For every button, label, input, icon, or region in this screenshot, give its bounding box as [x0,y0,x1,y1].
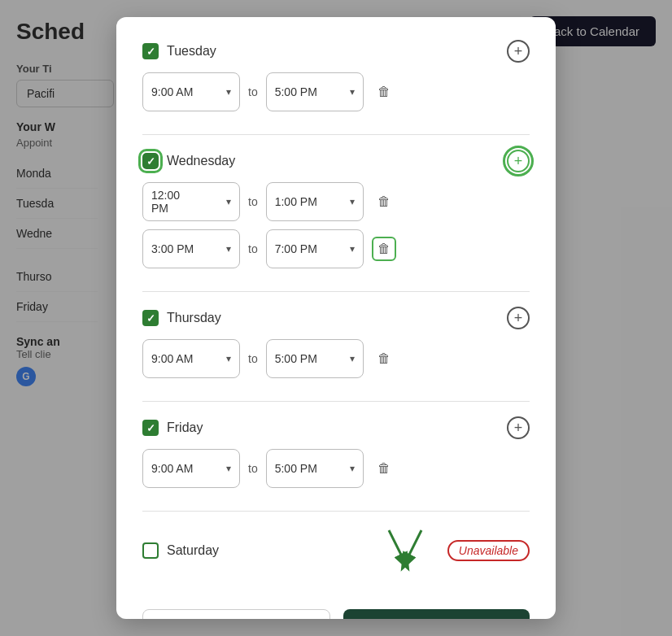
wednesday-timeslot-1: 3:00 PM ▾ to 7:00 PM ▾ 🗑 [142,229,530,268]
friday-start-time-0[interactable]: 9:00 AM ▾ [142,449,240,488]
svg-line-3 [405,530,421,563]
wednesday-delete-0[interactable]: 🗑 [372,189,396,214]
friday-timeslot-0: 9:00 AM ▾ to 5:00 PM ▾ 🗑 [142,449,530,488]
thursday-add-button[interactable]: + [507,307,530,329]
thursday-checkmark: ✓ [146,312,155,325]
schedule-modal: ✓ Tuesday + 9:00 AM ▾ to 5:00 PM ▾ 🗑 [116,17,556,619]
friday-checkmark: ✓ [146,422,155,434]
thursday-timeslot-0: 9:00 AM ▾ to 5:00 PM ▾ 🗑 [142,339,530,378]
friday-label: Friday [167,420,203,435]
thursday-delete-0[interactable]: 🗑 [372,346,396,371]
tuesday-add-button[interactable]: + [507,40,530,63]
to-label-thursday-0: to [248,352,258,365]
tuesday-end-time-0[interactable]: 5:00 PM ▾ [266,72,364,111]
tuesday-label: Tuesday [167,44,216,59]
chevron-down-icon: ▾ [350,196,355,207]
chevron-down-icon: ▾ [226,86,231,98]
thursday-end-time-0[interactable]: 5:00 PM ▾ [266,339,364,378]
tuesday-checkbox[interactable]: ✓ [142,43,159,59]
tuesday-header: ✓ Tuesday + [142,40,530,63]
green-arrow-annotation [373,526,438,575]
wednesday-label: Wednesday [167,154,235,168]
chevron-down-icon: ▾ [226,243,231,255]
thursday-checkbox[interactable]: ✓ [142,310,159,326]
wednesday-add-button[interactable]: + [507,150,530,172]
tuesday-checkmark: ✓ [146,46,155,58]
wednesday-checkmark: ✓ [146,155,155,168]
thursday-header: ✓ Thursday + [142,307,530,329]
tuesday-start-time-0[interactable]: 9:00 AM ▾ [142,72,240,111]
wednesday-delete-1[interactable]: 🗑 [372,237,396,261]
unavailable-badge: Unavailable [447,540,530,561]
to-label-friday-0: to [248,462,258,475]
tuesday-delete-0[interactable]: 🗑 [372,80,396,104]
svg-line-2 [389,530,405,563]
chevron-down-icon: ▾ [350,86,355,98]
saturday-label: Saturday [167,543,219,558]
modal-overlay: ✓ Tuesday + 9:00 AM ▾ to 5:00 PM ▾ 🗑 [0,0,672,636]
tuesday-timeslot-0: 9:00 AM ▾ to 5:00 PM ▾ 🗑 [142,72,530,111]
chevron-down-icon: ▾ [350,353,355,364]
chevron-down-icon: ▾ [226,463,231,474]
wednesday-end-time-0[interactable]: 1:00 PM ▾ [266,182,364,221]
wednesday-start-time-0[interactable]: 12:00PM ▾ [142,182,240,221]
saturday-checkbox[interactable] [142,542,159,559]
friday-section: ✓ Friday + 9:00 AM ▾ to 5:00 PM ▾ 🗑 [142,416,530,512]
wednesday-checkbox[interactable]: ✓ [142,153,159,169]
wednesday-header: ✓ Wednesday + [142,150,530,172]
friday-add-button[interactable]: + [507,416,530,439]
to-label-wednesday-1: to [248,242,258,255]
cancel-button[interactable]: Cancel [142,609,330,619]
thursday-label: Thursday [167,311,221,325]
saturday-section: Saturday [142,526,530,595]
friday-checkbox[interactable]: ✓ [142,420,159,436]
chevron-down-icon: ▾ [350,243,355,255]
wednesday-end-time-1[interactable]: 7:00 PM ▾ [266,229,364,268]
friday-header: ✓ Friday + [142,416,530,439]
chevron-down-icon: ▾ [226,353,231,364]
to-label-tuesday-0: to [248,85,258,98]
friday-delete-0[interactable]: 🗑 [372,456,396,481]
save-hours-button[interactable]: Save Hours [343,609,530,619]
thursday-section: ✓ Thursday + 9:00 AM ▾ to 5:00 PM ▾ 🗑 [142,307,530,402]
thursday-start-time-0[interactable]: 9:00 AM ▾ [142,339,240,378]
tuesday-section: ✓ Tuesday + 9:00 AM ▾ to 5:00 PM ▾ 🗑 [142,40,530,135]
wednesday-section: ✓ Wednesday + 12:00PM ▾ to 1:00 PM ▾ 🗑 [142,150,530,292]
friday-end-time-0[interactable]: 5:00 PM ▾ [266,449,364,488]
modal-footer: Cancel Save Hours [142,609,530,619]
chevron-down-icon: ▾ [226,196,231,207]
wednesday-timeslot-0: 12:00PM ▾ to 1:00 PM ▾ 🗑 [142,182,530,221]
chevron-down-icon: ▾ [350,463,355,474]
wednesday-start-time-1[interactable]: 3:00 PM ▾ [142,229,240,268]
saturday-header: Saturday [142,526,530,575]
to-label-wednesday-0: to [248,195,258,208]
